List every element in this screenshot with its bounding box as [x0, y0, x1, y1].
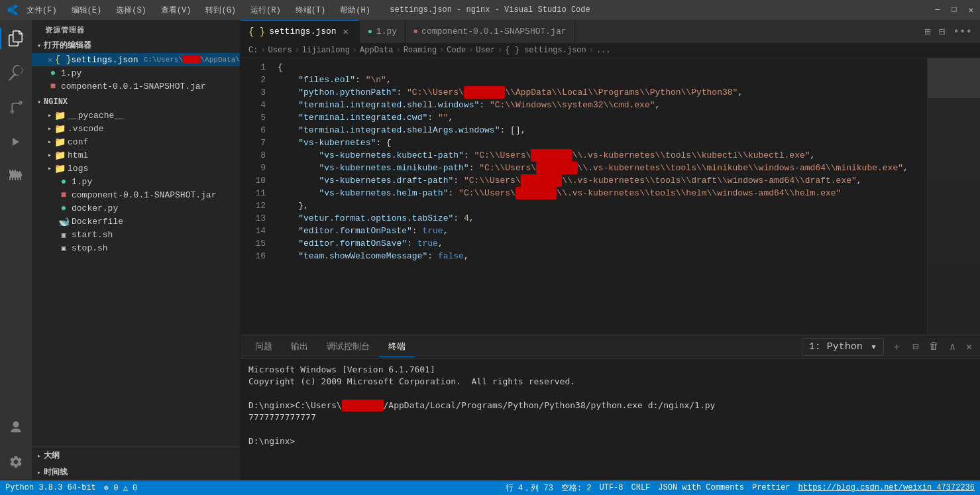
open-file-jar[interactable]: ■ component-0.0.1-SNAPSHOT.jar — [32, 80, 240, 93]
folder-vscode[interactable]: ▸ 📁 .vscode — [32, 122, 240, 135]
minimap-content — [928, 58, 980, 335]
tab-1py[interactable]: ● 1.py — [360, 20, 406, 43]
folder-pycache-name: __pycache__ — [68, 111, 125, 121]
activity-settings[interactable] — [0, 446, 32, 478]
folder-chevron: ▸ — [48, 164, 52, 172]
terminal-tab-problems[interactable]: 问题 — [246, 337, 282, 357]
language-mode[interactable]: JSON with Comments — [658, 483, 744, 492]
formatter[interactable]: Prettier — [752, 483, 790, 492]
breadcrumb-code[interactable]: Code — [447, 46, 466, 55]
breadcrumb-users[interactable]: Users — [268, 46, 292, 55]
indentation[interactable]: 空格: 2 — [561, 482, 592, 494]
activity-search[interactable] — [0, 57, 32, 89]
vscode-logo-icon — [7, 4, 19, 16]
folder-pycache[interactable]: ▸ 📁 __pycache__ — [32, 109, 240, 122]
tab-settings-json[interactable]: { } settings.json ✕ — [241, 20, 360, 43]
folder-html[interactable]: ▸ 📁 html — [32, 148, 240, 162]
code-content[interactable]: { "files.eol": "\n", "python.pythonPath"… — [272, 58, 927, 335]
outline-label: 大纲 — [44, 450, 60, 461]
close-settings-json-icon[interactable]: ✕ — [48, 55, 52, 65]
nginx-label: NGINX — [44, 97, 68, 107]
line-ending[interactable]: CRLF — [631, 483, 651, 492]
encoding[interactable]: UTF-8 — [599, 483, 623, 492]
tab-jar[interactable]: ■ component-0.0.1-SNAPSHOT.jar — [406, 20, 574, 43]
folder-conf[interactable]: ▸ 📁 conf — [32, 135, 240, 148]
tab-settings-json-close[interactable]: ✕ — [341, 27, 351, 37]
file-startsh[interactable]: ▣ start.sh — [32, 228, 240, 241]
minimap-highlight — [928, 58, 980, 98]
folder-icon: 📁 — [54, 110, 65, 121]
nginx-section-header[interactable]: ▾ NGINX — [32, 95, 240, 109]
file-stopsh[interactable]: ▣ stop.sh — [32, 241, 240, 254]
breadcrumb-settings-json[interactable]: { } settings.json — [505, 46, 586, 55]
more-actions-icon[interactable]: ••• — [950, 25, 975, 39]
open-editors-label: 打开的编辑器 — [44, 40, 91, 51]
breadcrumb-appdata[interactable]: AppData — [360, 46, 393, 55]
file-dockerpy[interactable]: ● docker.py — [32, 201, 240, 215]
file-jar[interactable]: ■ component-0.0.1-SNAPSHOT.jar — [32, 188, 240, 201]
minimap — [927, 58, 980, 335]
tab-jar-label: component-0.0.1-SNAPSHOT.jar — [421, 27, 566, 36]
open-file-1py[interactable]: ● 1.py — [32, 66, 240, 80]
activity-source-control[interactable] — [0, 91, 32, 123]
terminal-tab-debug[interactable]: 调试控制台 — [317, 337, 379, 357]
breadcrumb-c[interactable]: C: — [248, 46, 258, 55]
split-terminal-icon[interactable]: ⊟ — [910, 339, 921, 355]
cursor-position[interactable]: 行 4，列 73 — [506, 482, 553, 494]
breadcrumb-ellipsis[interactable]: ... — [596, 46, 611, 55]
terminal-name: 1: Python — [806, 340, 865, 354]
file-1py[interactable]: ● 1.py — [32, 175, 240, 188]
activity-run[interactable] — [0, 126, 32, 158]
jar-file-icon: ■ — [48, 81, 58, 91]
open-editors-section[interactable]: ▾ 打开的编辑器 — [32, 38, 240, 53]
blog-link[interactable]: https://blog.csdn.net/weixin_47372236 — [798, 483, 975, 492]
open-file-settings-json[interactable]: ✕ { } settings.json C:\Users\████\AppDat… — [32, 53, 240, 66]
breadcrumb-username[interactable]: lijianlong — [302, 46, 350, 55]
split-editor-icon[interactable]: ⊞ — [922, 24, 934, 40]
terminal-line-1: Microsoft Windows [Version 6.1.7601] — [248, 364, 972, 376]
menu-run[interactable]: 运行(R) — [248, 3, 284, 17]
terminal-tab-actions: 1: Python ▾ ＋ ⊟ 🗑 ∧ ✕ — [802, 338, 975, 356]
terminal-dropdown[interactable]: 1: Python ▾ — [802, 338, 884, 356]
add-terminal-icon[interactable]: ＋ — [889, 339, 904, 355]
outline-section[interactable]: ▸ 大纲 — [32, 447, 240, 464]
breadcrumb-user[interactable]: User — [476, 46, 495, 55]
tab-py-icon: ● — [368, 27, 372, 36]
tab-settings-json-label: settings.json — [269, 27, 336, 36]
terminal-line-blank2 — [248, 423, 972, 435]
python-version[interactable]: Python 3.8.3 64-bit — [5, 483, 96, 492]
terminal-tab-output[interactable]: 输出 — [282, 337, 317, 357]
delete-terminal-icon[interactable]: 🗑 — [926, 339, 942, 354]
timeline-section[interactable]: ▸ 时间线 — [32, 464, 240, 480]
menu-file[interactable]: 文件(F) — [24, 3, 60, 17]
close-button[interactable]: ✕ — [969, 5, 973, 15]
file-dockerfile[interactable]: 🐋 Dockerfile — [32, 215, 240, 228]
terminal-content[interactable]: Microsoft Windows [Version 6.1.7601] Cop… — [241, 358, 980, 480]
terminal-tab-terminal[interactable]: 终端 — [379, 337, 415, 357]
menu-view[interactable]: 查看(V) — [158, 3, 194, 17]
activity-extensions[interactable] — [0, 160, 32, 192]
activity-accounts[interactable] — [0, 412, 32, 443]
folder-logs[interactable]: ▸ 📁 logs — [32, 162, 240, 175]
py-icon2: ● — [58, 203, 69, 213]
sh-icon: ▣ — [58, 229, 69, 240]
menu-select[interactable]: 选择(S) — [113, 3, 149, 17]
problems-count[interactable]: ⊗ 0 △ 0 — [104, 483, 137, 493]
maximize-button[interactable]: □ — [952, 5, 957, 15]
menu-goto[interactable]: 转到(G) — [203, 3, 239, 17]
minimize-button[interactable]: ─ — [935, 5, 940, 15]
breadcrumb-roaming[interactable]: Roaming — [404, 46, 437, 55]
chevron-up-icon[interactable]: ∧ — [947, 339, 958, 355]
open-file-path: C:\Users\████\AppData\R... — [144, 56, 240, 64]
sidebar-bottom: ▸ 大纲 ▸ 时间线 — [32, 447, 240, 480]
menu-terminal[interactable]: 终端(T) — [293, 3, 329, 17]
menu-help[interactable]: 帮助(H) — [337, 3, 373, 17]
toggle-sidebar-icon[interactable]: ⊟ — [936, 24, 948, 40]
folder-icon: 📁 — [54, 137, 65, 147]
folder-icon: 📁 — [54, 163, 65, 174]
menu-edit[interactable]: 编辑(E) — [69, 3, 105, 17]
py-file-icon: ● — [48, 68, 58, 78]
close-terminal-icon[interactable]: ✕ — [963, 339, 975, 355]
tab-jar-icon: ■ — [413, 28, 417, 35]
activity-explorer[interactable] — [0, 23, 32, 54]
